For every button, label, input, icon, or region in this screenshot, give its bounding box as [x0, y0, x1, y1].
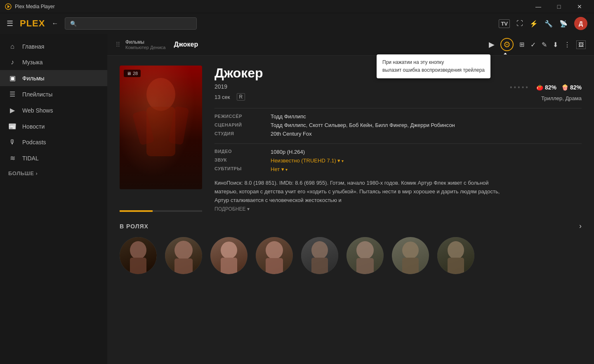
- list-item[interactable]: [437, 237, 474, 274]
- svg-point-6: [130, 241, 146, 259]
- svg-rect-7: [130, 258, 146, 274]
- sidebar-label-playlists: Плейлисты: [22, 91, 52, 98]
- actor-avatar-1: [120, 237, 157, 274]
- svg-rect-21: [448, 258, 464, 274]
- gear-settings-button[interactable]: ⚙: [500, 38, 514, 51]
- director-value: Тодд Филлипс: [271, 113, 582, 120]
- minimize-button[interactable]: —: [529, 0, 548, 13]
- audio-value[interactable]: Неизвестно (TRUEHD 7.1) ▾: [271, 157, 582, 164]
- sidebar-item-tidal[interactable]: ≋ TIDAL: [0, 150, 107, 166]
- user-avatar[interactable]: Д: [574, 17, 587, 30]
- titlebar-controls: — □ ✕: [529, 0, 589, 13]
- movie-divider-1: [214, 108, 582, 108]
- tv-icon[interactable]: TV: [499, 19, 510, 28]
- video-value: 1080р (H.264): [271, 149, 582, 155]
- director-label: РЕЖИССЁР: [214, 113, 264, 119]
- sidebar-item-playlists[interactable]: ☰ Плейлисты: [0, 86, 107, 102]
- studio-value: 20th Century Fox: [271, 131, 582, 137]
- back-button[interactable]: ←: [52, 20, 58, 27]
- tomato-score-value: 82%: [545, 84, 556, 91]
- svg-point-14: [311, 241, 328, 259]
- list-item[interactable]: [256, 237, 293, 274]
- gear-tooltip: При нажатии на эту кнопкувылазит ошибка …: [377, 54, 490, 78]
- sidebar-label-movies: Фильмы: [22, 75, 45, 82]
- progress-fill: [120, 210, 153, 212]
- svg-rect-17: [356, 258, 374, 274]
- fullscreen-icon[interactable]: ⛶: [516, 20, 523, 27]
- list-item[interactable]: [210, 237, 248, 274]
- podcasts-icon: 🎙: [8, 139, 16, 146]
- edit-button[interactable]: ✎: [542, 41, 547, 49]
- topnav-right: TV ⛶ ⚡ 🔧 📡 Д: [499, 17, 587, 30]
- movie-genres: Триллер, Драма: [541, 95, 582, 101]
- sidebar-label-podcasts: Podcasts: [22, 139, 46, 146]
- sidebar: ⌂ Главная ♪ Музыка ▣ Фильмы ☰ Плейлисты …: [0, 34, 107, 364]
- actor-avatar-4: [256, 237, 293, 274]
- list-item[interactable]: [301, 237, 338, 274]
- screenplay-value: Тодд Филлипс, Скотт Сильвер, Боб Кейн, Б…: [271, 122, 582, 128]
- sidebar-label-webshows: Web Shows: [22, 107, 53, 114]
- svg-point-20: [448, 241, 464, 259]
- movie-scores: • • • • • 🍅 82% 🍿 82%: [510, 84, 582, 91]
- list-item[interactable]: [346, 237, 384, 274]
- gear-container: ⚙ При нажатии на эту кнопкувылазит ошибк…: [500, 38, 514, 51]
- movie-rating: R: [237, 93, 245, 101]
- movie-detail-table: РЕЖИССЁР Тодд Филлипс СЦЕНАРИЙ Тодд Филл…: [214, 113, 582, 137]
- cast-section: В РОЛЯХ ›: [107, 222, 594, 287]
- content-header: ⠿ Фильмы Компьютер Дениса Джокер ▶ ⚙ При…: [107, 34, 594, 56]
- plex-icon: [5, 3, 12, 10]
- tomato-score: 🍅 82%: [536, 84, 556, 91]
- subtitles-label: СУБТИТРЫ: [214, 166, 264, 172]
- list-item[interactable]: [165, 237, 202, 274]
- wrench-icon[interactable]: 🔧: [544, 20, 553, 28]
- news-icon: 📰: [8, 122, 16, 130]
- cast-icon[interactable]: 📡: [559, 20, 568, 28]
- badge-count: 28: [133, 71, 138, 76]
- play-button[interactable]: ▶: [489, 40, 495, 49]
- sidebar-item-home[interactable]: ⌂ Главная: [0, 39, 107, 54]
- subtitles-value[interactable]: Нет ▾: [271, 166, 582, 172]
- cast-arrow[interactable]: ›: [579, 222, 582, 230]
- sidebar-item-podcasts[interactable]: 🎙 Podcasts: [0, 134, 107, 150]
- list-item[interactable]: [120, 237, 157, 274]
- top-nav: ☰ PLEX ← TV ⛶ ⚡ 🔧 📡 Д: [0, 13, 594, 34]
- plex-logo: PLEX: [20, 18, 45, 29]
- breadcrumb-subsection: Компьютер Дениса: [125, 45, 165, 50]
- search-input[interactable]: [65, 17, 197, 30]
- download-button[interactable]: ⬇: [553, 41, 558, 49]
- list-item[interactable]: [392, 237, 429, 274]
- image-button[interactable]: 🖼: [576, 40, 586, 49]
- movie-info: Джокер 2019 • • • • • 🍅 82%: [214, 66, 582, 212]
- svg-rect-13: [266, 258, 283, 274]
- studio-label: СТУДИЯ: [214, 131, 264, 136]
- check-button[interactable]: ✓: [530, 41, 536, 49]
- sidebar-more[interactable]: БОЛЬШЕ ›: [0, 166, 107, 181]
- score-dots: • • • • •: [510, 84, 528, 91]
- music-icon: ♪: [8, 59, 16, 66]
- poster-progress-bar: [120, 210, 202, 212]
- svg-rect-19: [402, 258, 419, 274]
- svg-rect-11: [221, 258, 237, 274]
- main-content: ⠿ Фильмы Компьютер Дениса Джокер ▶ ⚙ При…: [107, 34, 594, 364]
- sidebar-label-home: Главная: [22, 43, 44, 50]
- add-playlist-button[interactable]: ⊞: [519, 41, 525, 48]
- title-bar: Plex Media Player — □ ✕: [0, 0, 594, 13]
- activity-icon[interactable]: ⚡: [530, 20, 538, 28]
- sidebar-label-news: Новости: [22, 123, 45, 130]
- audio-label: ЗВУК: [214, 157, 264, 164]
- sidebar-item-music[interactable]: ♪ Музыка: [0, 54, 107, 70]
- close-button[interactable]: ✕: [570, 0, 589, 13]
- svg-point-2: [146, 78, 175, 111]
- sidebar-item-webshows[interactable]: ▶ Web Shows: [0, 102, 107, 118]
- svg-marker-1: [7, 5, 10, 8]
- more-details-button[interactable]: ПОДРОБНЕЕ ▾: [214, 206, 582, 212]
- maximize-button[interactable]: □: [549, 0, 568, 13]
- sidebar-item-news[interactable]: 📰 Новости: [0, 118, 107, 134]
- badge-icon: 🖥: [127, 71, 131, 76]
- cast-title: В РОЛЯХ: [120, 223, 148, 230]
- more-options-button[interactable]: ⋮: [564, 41, 570, 49]
- svg-rect-9: [174, 258, 193, 274]
- app-body: ⌂ Главная ♪ Музыка ▣ Фильмы ☰ Плейлисты …: [0, 34, 594, 364]
- hamburger-icon[interactable]: ☰: [7, 19, 13, 28]
- sidebar-item-movies[interactable]: ▣ Фильмы: [0, 70, 107, 86]
